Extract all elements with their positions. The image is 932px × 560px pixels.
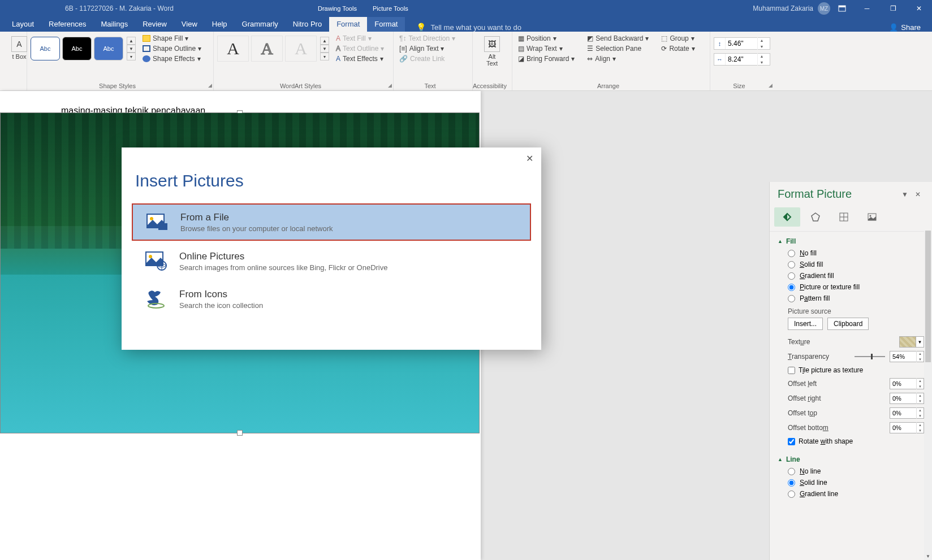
rotate-button[interactable]: ⟳ Rotate ▾ xyxy=(659,44,697,53)
text-effects-button[interactable]: A Text Effects ▾ xyxy=(334,54,386,63)
user-account[interactable]: Muhammad Zakaria MZ xyxy=(753,2,830,15)
ribbon-display-options-button[interactable] xyxy=(830,0,854,17)
fill-section-header[interactable]: ▲Fill xyxy=(778,235,924,248)
selection-pane-button[interactable]: ☰ Selection Pane xyxy=(585,44,651,53)
shape-style-3[interactable]: Abc xyxy=(94,37,123,60)
spin-up-icon[interactable]: ▲ xyxy=(917,393,924,398)
pane-options-button[interactable]: ▼ xyxy=(898,190,912,198)
gallery-down-icon[interactable]: ▼ xyxy=(320,45,329,53)
texture-picker[interactable]: ▼ xyxy=(899,336,924,348)
layout-properties-tab[interactable] xyxy=(831,207,857,227)
spin-down-icon[interactable]: ▼ xyxy=(917,398,924,404)
wordart-style-2[interactable]: A xyxy=(251,36,283,62)
tab-view[interactable]: View xyxy=(174,17,205,32)
gallery-scroll[interactable]: ▲ ▼ ▾ xyxy=(127,37,136,60)
group-button[interactable]: ⬚ Group ▾ xyxy=(659,34,697,43)
effects-tab[interactable] xyxy=(802,207,829,227)
text-fill-button[interactable]: A Text Fill ▾ xyxy=(334,34,386,43)
maximize-button[interactable]: ❐ xyxy=(880,0,906,17)
from-icons-option[interactable]: From Icons Search the icon collection xyxy=(132,281,531,316)
pattern-fill-radio[interactable]: Pattern fill xyxy=(778,293,924,304)
position-button[interactable]: ▦ Position ▾ xyxy=(516,34,577,43)
offset-left-field[interactable] xyxy=(890,380,916,387)
tab-references[interactable]: References xyxy=(41,17,93,32)
clipboard-button[interactable]: Clipboard xyxy=(827,318,869,330)
picture-tab[interactable] xyxy=(859,207,885,227)
pane-scrollbar[interactable]: ▲ ▼ xyxy=(924,231,932,560)
tab-format-picture[interactable]: Format xyxy=(367,17,405,32)
gradient-line-radio[interactable]: Gradient line xyxy=(778,488,924,500)
solid-fill-radio[interactable]: Solid fill xyxy=(778,259,924,270)
offset-left-input[interactable]: ▲▼ xyxy=(890,378,924,389)
line-section-header[interactable]: ▲Line xyxy=(778,453,924,466)
send-backward-button[interactable]: ◩ Send Backward ▾ xyxy=(585,34,651,43)
wordart-gallery-scroll[interactable]: ▲ ▼ ▾ xyxy=(320,37,329,60)
text-outline-button[interactable]: A Text Outline ▾ xyxy=(334,44,386,53)
rotate-with-shape-checkbox[interactable]: Rotate with shape xyxy=(788,435,924,448)
drawing-tools-tab[interactable]: Drawing Tools xyxy=(310,0,365,17)
gallery-up-icon[interactable]: ▲ xyxy=(127,37,136,45)
width-input[interactable]: ↔ ▲▼ xyxy=(714,53,770,66)
offset-top-input[interactable]: ▲▼ xyxy=(890,407,924,419)
offset-bottom-field[interactable] xyxy=(890,424,916,431)
height-input[interactable]: ↕ ▲▼ xyxy=(714,37,770,50)
gallery-down-icon[interactable]: ▼ xyxy=(127,45,136,53)
no-line-radio[interactable]: No line xyxy=(778,466,924,477)
spin-down-icon[interactable]: ▼ xyxy=(917,413,924,419)
tab-layout[interactable]: Layout xyxy=(5,17,41,32)
gallery-up-icon[interactable]: ▲ xyxy=(320,37,329,45)
picture-tools-tab[interactable]: Picture Tools xyxy=(365,0,416,17)
spin-down-icon[interactable]: ▼ xyxy=(917,384,924,389)
gallery-more-icon[interactable]: ▾ xyxy=(320,53,329,60)
picture-fill-radio[interactable]: Picture or texture fill xyxy=(778,281,924,293)
spin-down-icon[interactable]: ▼ xyxy=(758,44,766,50)
tab-format-drawing[interactable]: Format xyxy=(329,17,367,32)
shape-style-1[interactable]: Abc xyxy=(31,37,60,60)
shape-style-gallery[interactable]: Abc Abc Abc ▲ ▼ ▾ xyxy=(31,37,136,60)
spin-up-icon[interactable]: ▲ xyxy=(917,422,924,428)
transparency-field[interactable] xyxy=(890,353,916,360)
transparency-slider[interactable] xyxy=(855,356,885,357)
width-field[interactable] xyxy=(726,55,757,63)
offset-right-field[interactable] xyxy=(890,395,916,402)
wordart-style-1[interactable]: A xyxy=(217,36,249,62)
gradient-fill-radio[interactable]: Gradient fill xyxy=(778,270,924,281)
spin-up-icon[interactable]: ▲ xyxy=(758,37,766,44)
no-fill-radio[interactable]: No fill xyxy=(778,248,924,259)
insert-picture-button[interactable]: Insert... xyxy=(788,318,823,330)
alt-text-button[interactable]: 🖼 Alt Text xyxy=(476,34,508,67)
gallery-more-icon[interactable]: ▾ xyxy=(127,53,136,60)
transparency-input[interactable]: ▲▼ xyxy=(890,351,924,362)
dropdown-icon[interactable]: ▼ xyxy=(916,336,924,348)
share-button[interactable]: 👤 Share xyxy=(889,23,921,32)
tab-help[interactable]: Help xyxy=(205,17,235,32)
spin-down-icon[interactable]: ▼ xyxy=(758,59,766,66)
online-pictures-option[interactable]: Online Pictures Search images from onlin… xyxy=(132,244,531,279)
tab-nitro-pro[interactable]: Nitro Pro xyxy=(286,17,329,32)
offset-bottom-input[interactable]: ▲▼ xyxy=(890,422,924,433)
pane-close-button[interactable]: ✕ xyxy=(912,190,924,198)
shape-outline-button[interactable]: Shape Outline ▾ xyxy=(140,44,204,53)
text-direction-button[interactable]: ¶↕ Text Direction ▾ xyxy=(397,34,469,43)
shape-fill-button[interactable]: Shape Fill ▾ xyxy=(140,34,204,43)
tell-me-search[interactable]: 💡 Tell me what you want to do xyxy=(416,23,521,32)
spin-down-icon[interactable]: ▼ xyxy=(917,357,924,362)
offset-top-field[interactable] xyxy=(890,410,916,416)
pane-body[interactable]: ▲Fill No fill Solid fill Gradient fill P… xyxy=(770,231,924,560)
offset-right-input[interactable]: ▲▼ xyxy=(890,393,924,404)
tab-mailings[interactable]: Mailings xyxy=(94,17,136,32)
minimize-button[interactable]: ─ xyxy=(854,0,880,17)
shape-style-2[interactable]: Abc xyxy=(62,37,92,60)
spin-up-icon[interactable]: ▲ xyxy=(917,351,924,357)
from-file-option[interactable]: From a File Browse files on your compute… xyxy=(132,203,531,241)
wordart-gallery[interactable]: A A A ▲ ▼ ▾ xyxy=(217,36,329,62)
shape-styles-launcher[interactable]: ◢ xyxy=(208,83,212,88)
tab-review[interactable]: Review xyxy=(135,17,174,32)
fill-line-tab[interactable] xyxy=(774,207,800,227)
tile-checkbox[interactable]: Tile picture as texture xyxy=(788,364,924,376)
spin-down-icon[interactable]: ▼ xyxy=(917,428,924,433)
close-button[interactable]: ✕ xyxy=(906,0,932,17)
height-field[interactable] xyxy=(726,40,757,47)
bring-forward-button[interactable]: ◪ Bring Forward ▾ xyxy=(516,54,577,63)
create-link-button[interactable]: 🔗 Create Link xyxy=(397,54,469,63)
